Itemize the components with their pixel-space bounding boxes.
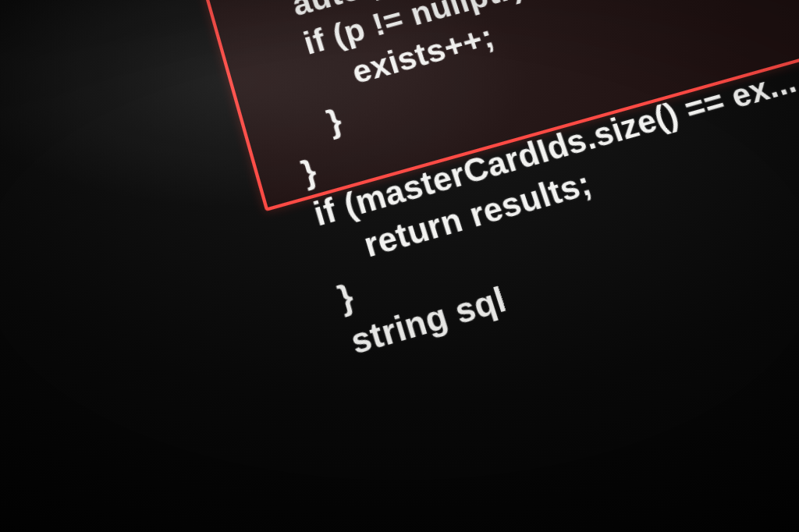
code-photo: ...CardModek::getMasterCardDatasBy... ve… [0,0,799,532]
code-plane: ...CardModek::getMasterCardDatasBy... ve… [172,0,799,523]
